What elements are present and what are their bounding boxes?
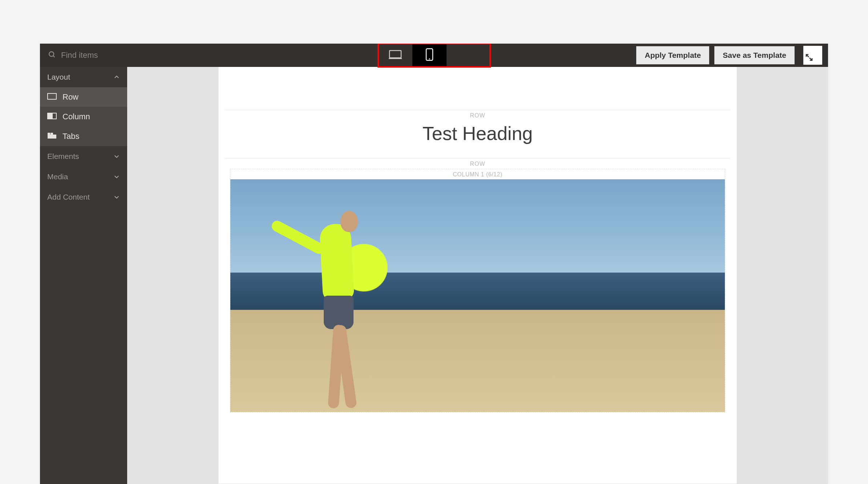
canvas[interactable]: ROW Test Heading ROW COLUMN 1 (6/12): [218, 67, 737, 484]
row-icon: [47, 92, 57, 102]
sidebar-item-row[interactable]: Row: [40, 87, 127, 107]
sidebar-item-label: Row: [62, 92, 78, 102]
row-2[interactable]: ROW COLUMN 1 (6/12): [225, 158, 730, 412]
svg-point-0: [49, 52, 54, 56]
svg-rect-11: [48, 135, 56, 139]
fullscreen-toggle[interactable]: [803, 46, 822, 65]
chevron-down-icon: [113, 153, 120, 160]
mobile-icon: [425, 48, 433, 63]
column-icon: [47, 112, 57, 121]
tabs-icon: [47, 132, 57, 141]
hero-image[interactable]: [230, 179, 725, 412]
group-label: Add Content: [47, 193, 90, 201]
group-label: Layout: [47, 73, 70, 81]
row-label: ROW: [225, 158, 730, 169]
svg-rect-8: [48, 93, 56, 99]
column-label: COLUMN 1 (6/12): [230, 169, 725, 179]
group-header-media[interactable]: Media: [40, 167, 127, 187]
svg-line-1: [53, 56, 54, 57]
viewport-switcher-highlight: [378, 44, 490, 67]
fullscreen-icon: [806, 54, 813, 63]
group-header-layout[interactable]: Layout: [40, 67, 127, 87]
sidebar-item-label: Tabs: [62, 132, 79, 141]
sidebar-item-column[interactable]: Column: [40, 107, 127, 127]
group-items-layout: Row Column Tabs: [40, 87, 127, 146]
group-header-add-content[interactable]: Add Content: [40, 187, 127, 207]
row-label: ROW: [225, 110, 730, 120]
sidebar-item-tabs[interactable]: Tabs: [40, 127, 127, 146]
svg-rect-12: [48, 133, 50, 135]
image-figure: [304, 184, 374, 407]
sidebar-item-label: Column: [62, 112, 90, 121]
svg-rect-10: [52, 113, 56, 119]
save-template-button[interactable]: Save as Template: [714, 46, 795, 64]
chevron-down-icon: [113, 194, 120, 200]
desktop-icon: [388, 49, 403, 61]
search-input[interactable]: [61, 51, 119, 60]
page-builder-app: Apply Template Save as Template Layout: [40, 44, 828, 484]
canvas-viewport: ROW Test Heading ROW COLUMN 1 (6/12): [127, 67, 828, 484]
svg-rect-9: [48, 113, 52, 119]
group-label: Elements: [47, 152, 79, 161]
svg-rect-13: [51, 133, 53, 135]
group-label: Media: [47, 172, 68, 181]
viewport-mobile-button[interactable]: [412, 44, 447, 67]
app-body: Layout Row Column: [40, 67, 828, 484]
row-1[interactable]: ROW Test Heading: [225, 110, 730, 151]
heading-text[interactable]: Test Heading: [225, 120, 730, 151]
chevron-up-icon: [113, 74, 120, 80]
topbar-actions: Apply Template Save as Template: [636, 44, 828, 67]
search-container: [40, 44, 127, 67]
topbar: Apply Template Save as Template: [40, 44, 828, 67]
canvas-free-space[interactable]: [225, 73, 730, 103]
group-header-elements[interactable]: Elements: [40, 146, 127, 167]
sidebar: Layout Row Column: [40, 67, 127, 484]
svg-rect-2: [389, 51, 401, 58]
search-icon: [48, 51, 56, 60]
chevron-down-icon: [113, 173, 120, 180]
viewport-desktop-button[interactable]: [378, 44, 412, 67]
column-1[interactable]: COLUMN 1 (6/12): [230, 169, 725, 412]
apply-template-button[interactable]: Apply Template: [636, 46, 709, 64]
svg-point-5: [429, 58, 430, 59]
